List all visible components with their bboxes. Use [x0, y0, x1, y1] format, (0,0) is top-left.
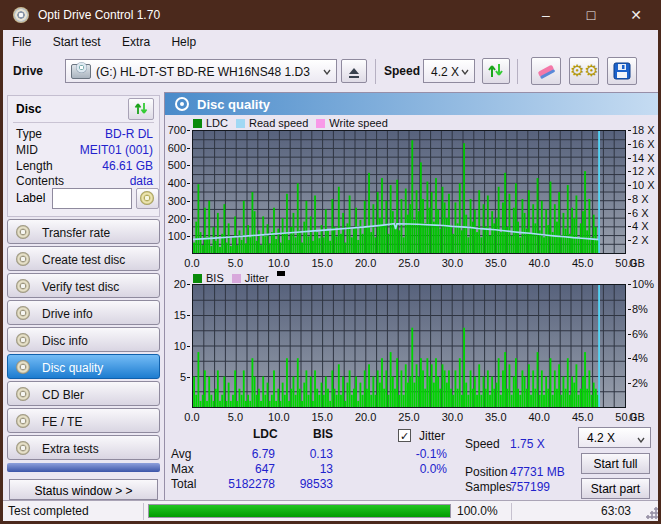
test-speed-select[interactable]: 4.2 X — [578, 427, 651, 448]
axis-tick-label: 12 X — [628, 165, 655, 177]
elapsed-time: 63:03 — [601, 504, 631, 518]
axis-tick-label: 30.0 — [442, 411, 463, 423]
maximize-button[interactable]: □ — [569, 0, 613, 30]
refresh-speed-button[interactable] — [482, 58, 510, 84]
axis-tick-label: 18 X — [628, 124, 655, 136]
close-button[interactable]: ✕ — [614, 0, 658, 30]
drive-icon — [71, 64, 91, 79]
max-jitter-value: 0.0% — [365, 462, 447, 476]
resize-grip[interactable] — [646, 507, 658, 519]
status-window-button[interactable]: Status window > > — [9, 479, 158, 500]
chevron-down-icon — [323, 69, 331, 75]
cd-icon — [16, 387, 30, 401]
sidebar-item-disc-quality[interactable]: Disc quality — [7, 354, 160, 379]
sidebar-item-drive-info[interactable]: Drive info — [7, 300, 160, 325]
erase-disc-button[interactable] — [531, 57, 561, 85]
ldc-column-header: LDC — [253, 427, 278, 441]
axis-tick-label: 10 — [174, 340, 190, 352]
axis-tick-label: 16 X — [628, 138, 655, 150]
panel-header: Disc quality — [165, 93, 660, 115]
disc-row-mid: MID MEIT01 (001) — [16, 143, 153, 157]
disc-length-value: 46.61 GB — [102, 159, 153, 173]
window-title: Opti Drive Control 1.70 — [38, 8, 160, 22]
axis-tick-label: 6% — [628, 328, 648, 340]
disc-label-button[interactable] — [136, 188, 159, 209]
axis-tick-label: 40.0 — [528, 411, 549, 423]
sidebar-item-transfer-rate[interactable]: Transfer rate — [7, 219, 160, 244]
sidebar-item-label: Transfer rate — [42, 226, 110, 240]
gear-icon: ⚙⚙ — [570, 62, 599, 79]
start-part-button[interactable]: Start part — [581, 478, 650, 499]
sidebar-item-disc-info[interactable]: Disc info — [7, 327, 160, 352]
disc-panel-title: Disc — [16, 102, 41, 116]
disc-contents-label: Contents — [16, 174, 64, 188]
axis-tick-label: 300 — [168, 195, 190, 207]
axis-tick-label: 20 — [174, 278, 190, 290]
disc-type-value: BD-R DL — [105, 127, 153, 141]
sidebar-accent-strip — [7, 463, 160, 472]
chart2-y-axis: 2015105 — [165, 284, 190, 408]
disc-refresh-button[interactable] — [128, 98, 154, 120]
eject-icon — [348, 67, 360, 79]
menu-file[interactable]: File — [3, 30, 40, 53]
toolbar-separator — [517, 59, 518, 84]
disc-mid-value: MEIT01 (001) — [80, 143, 153, 157]
axis-tick-label: 15 — [174, 309, 190, 321]
cd-icon — [16, 441, 30, 455]
axis-tick-label: 45.0 — [572, 411, 593, 423]
disc-contents-link[interactable]: data — [130, 174, 153, 188]
chart2-legend: BISJitter — [193, 271, 285, 284]
status-bar: Test completed 100.0% 63:03 — [0, 500, 661, 521]
drive-select[interactable]: (G:) HL-DT-ST BD-RE WH16NS48 1.D3 — [65, 59, 337, 83]
menu-extra[interactable]: Extra — [113, 30, 159, 53]
axis-tick-label: 40.0 — [528, 257, 549, 269]
sidebar-item-verify-test-disc[interactable]: Verify test disc — [7, 273, 160, 298]
axis-tick-label: 25.0 — [398, 257, 419, 269]
disc-label-input[interactable] — [52, 188, 132, 209]
sidebar-item-extra-tests[interactable]: Extra tests — [7, 435, 160, 460]
menu-help[interactable]: Help — [162, 30, 205, 53]
sidebar-item-label: Create test disc — [42, 253, 125, 267]
bis-swatch — [193, 274, 202, 283]
app-window: Opti Drive Control 1.70 – □ ✕ File Start… — [0, 0, 661, 524]
axis-tick-label: 8 X — [628, 193, 649, 205]
minimize-button[interactable]: – — [524, 0, 568, 30]
save-button[interactable] — [607, 57, 637, 85]
statusbar-separator — [143, 503, 144, 520]
axis-tick-label: 35.0 — [485, 411, 506, 423]
samples-info-value: 757199 — [510, 480, 582, 494]
axis-tick-label: 500 — [168, 159, 190, 171]
drive-label: Drive — [13, 64, 43, 78]
axis-tick-label: 5.0 — [228, 411, 243, 423]
total-row-label: Total — [171, 477, 196, 491]
axis-tick-label: 15.0 — [311, 411, 332, 423]
menu-start-test[interactable]: Start test — [44, 30, 110, 53]
axis-tick-label: 5 — [180, 371, 190, 383]
chevron-down-icon — [637, 437, 645, 443]
start-full-button[interactable]: Start full — [581, 453, 650, 474]
jitter-checkbox[interactable]: ✓ — [398, 429, 411, 442]
legend-write-speed: Write speed — [329, 117, 388, 129]
speed-select[interactable]: 4.2 X — [423, 59, 475, 83]
divider — [13, 122, 154, 123]
eject-button[interactable] — [341, 59, 367, 83]
disc-quality-panel: Disc quality LDCRead speedWrite speed 70… — [164, 92, 661, 501]
ldc-chart-plot — [192, 130, 626, 254]
sidebar-item-cd-bler[interactable]: CD Bler — [7, 381, 160, 406]
drive-select-value: (G:) HL-DT-ST BD-RE WH16NS48 1.D3 — [96, 65, 310, 79]
chart1-x-axis: 0.05.010.015.020.025.030.035.040.045.050… — [192, 257, 652, 270]
cd-icon — [16, 225, 30, 239]
axis-unit-label: GB — [629, 257, 645, 269]
avg-jitter-value: -0.1% — [365, 447, 447, 461]
axis-tick-label: 10.0 — [268, 257, 289, 269]
jitter-checkbox-label[interactable]: Jitter — [419, 429, 445, 443]
disc-mid-label: MID — [16, 143, 38, 157]
settings-button[interactable]: ⚙⚙ — [569, 57, 599, 85]
chart1-speed-axis: 18 X16 X14 X12 X10 X8 X6 X4 X2 X — [628, 130, 661, 254]
max-ldc-value: 647 — [205, 462, 275, 476]
samples-info-label: Samples — [465, 480, 512, 494]
total-bis-value: 98533 — [285, 477, 333, 491]
sidebar-item-fe-te[interactable]: FE / TE — [7, 408, 160, 433]
sidebar-item-create-test-disc[interactable]: Create test disc — [7, 246, 160, 271]
sidebar-item-label: Extra tests — [42, 442, 99, 456]
